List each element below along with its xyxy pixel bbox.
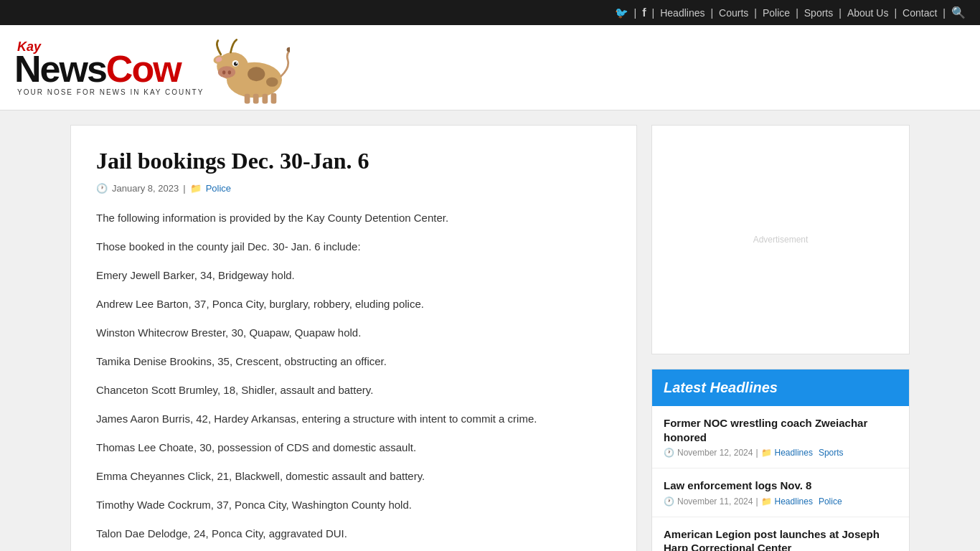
nav-police[interactable]: Police: [763, 7, 790, 19]
latest-headlines: Latest Headlines Former NOC wrestling co…: [651, 369, 910, 551]
svg-point-2: [218, 66, 235, 78]
nav-courts[interactable]: Courts: [719, 7, 748, 19]
headline-item-0: Former NOC wrestling coach Zweiachar hon…: [652, 406, 909, 468]
headline-cat-0-1[interactable]: Sports: [819, 448, 844, 458]
svg-point-3: [222, 70, 225, 75]
clock-icon: 🕐: [96, 183, 108, 194]
svg-point-7: [236, 62, 237, 64]
site-header: Kay NewsCow YOUR NOSE FOR NEWS IN KAY CO…: [0, 25, 980, 110]
sidebar: Advertisement Latest Headlines Former NO…: [651, 125, 910, 551]
article-paragraph-0: The following information is provided by…: [96, 209, 611, 227]
nav-headlines[interactable]: Headlines: [660, 7, 705, 19]
svg-rect-12: [245, 94, 250, 104]
article-paragraph-10: Timothy Wade Cockrum, 37, Ponca City, Wa…: [96, 496, 611, 514]
headline-meta-1: 🕐November 11, 2024 | 📁Headlines Police: [664, 496, 897, 507]
article-paragraph-2: Emery Jewell Barker, 34, Bridgeway hold.: [96, 267, 611, 284]
logo-news: News: [14, 48, 106, 90]
headline-cat-1-1[interactable]: Police: [819, 496, 842, 507]
latest-headlines-header: Latest Headlines: [652, 369, 909, 406]
svg-point-4: [228, 70, 231, 75]
article-paragraph-8: Thomas Lee Choate, 30, possession of CDS…: [96, 439, 611, 456]
article-paragraph-5: Tamika Denise Brookins, 35, Crescent, ob…: [96, 353, 611, 370]
svg-point-16: [287, 47, 290, 52]
article-area: Jail bookings Dec. 30-Jan. 6 🕐 January 8…: [70, 125, 637, 551]
sidebar-ad: Advertisement: [651, 125, 910, 354]
topbar: 🐦 | f | Headlines | Courts | Police | Sp…: [0, 0, 980, 25]
headline-title-0[interactable]: Former NOC wrestling coach Zweiachar hon…: [664, 416, 897, 444]
main-container: Jail bookings Dec. 30-Jan. 6 🕐 January 8…: [60, 110, 920, 551]
folder-icon: 📁: [190, 183, 202, 194]
svg-rect-14: [263, 94, 268, 104]
article-paragraph-9: Emma Cheyannes Click, 21, Blackwell, dom…: [96, 468, 611, 485]
folder-icon: 📁: [761, 448, 772, 458]
headline-title-2[interactable]: American Legion post launches at Joseph …: [664, 527, 897, 552]
article-paragraph-1: Those booked in the county jail Dec. 30-…: [96, 238, 611, 255]
logo-text: Kay NewsCow YOUR NOSE FOR NEWS IN KAY CO…: [14, 40, 204, 96]
article-body: The following information is provided by…: [96, 209, 611, 551]
svg-point-11: [266, 77, 278, 87]
headline-item-2: American Legion post launches at Joseph …: [652, 517, 909, 552]
article-paragraph-6: Chanceton Scott Brumley, 18, Shidler, as…: [96, 382, 611, 399]
article-meta: 🕐 January 8, 2023 | 📁 Police: [96, 183, 611, 194]
logo-cow: Cow: [106, 48, 181, 90]
svg-rect-13: [253, 94, 259, 104]
article-paragraph-4: Winston Whitecrow Brester, 30, Quapaw, Q…: [96, 324, 611, 342]
headline-meta-0: 🕐November 12, 2024 | 📁Headlines Sports: [664, 448, 897, 458]
facebook-icon[interactable]: f: [642, 6, 646, 19]
article-paragraph-3: Andrew Lee Barton, 37, Ponca City, burgl…: [96, 296, 611, 313]
article-title: Jail bookings Dec. 30-Jan. 6: [96, 147, 611, 174]
clock-icon: 🕐: [664, 448, 674, 458]
article-paragraph-7: James Aaron Burris, 42, Hardey Arkansas,…: [96, 410, 611, 428]
headline-title-1[interactable]: Law enforcement logs Nov. 8: [664, 479, 897, 493]
clock-icon: 🕐: [664, 496, 674, 507]
article-category[interactable]: Police: [206, 183, 231, 194]
headline-date-1: November 11, 2024: [677, 496, 753, 507]
twitter-icon[interactable]: 🐦: [615, 6, 628, 19]
nav-about-us[interactable]: About Us: [847, 7, 889, 19]
svg-point-10: [248, 67, 265, 81]
headlines-list: Former NOC wrestling coach Zweiachar hon…: [652, 406, 909, 551]
folder-icon: 📁: [761, 496, 772, 507]
headline-item-1: Law enforcement logs Nov. 8🕐November 11,…: [652, 468, 909, 517]
nav-sports[interactable]: Sports: [804, 7, 833, 19]
nav-contact[interactable]: Contact: [903, 7, 937, 19]
svg-point-6: [234, 62, 238, 66]
headline-date-0: November 12, 2024: [677, 448, 753, 458]
logo-tagline: YOUR NOSE FOR NEWS IN KAY COUNTY: [17, 89, 204, 96]
logo-area: Kay NewsCow YOUR NOSE FOR NEWS IN KAY CO…: [14, 32, 966, 104]
cow-illustration: [211, 32, 290, 104]
article-paragraph-11: Talon Dae Delodge, 24, Ponca City, aggra…: [96, 525, 611, 542]
headline-cat-1-0[interactable]: Headlines: [775, 496, 813, 507]
article-date: January 8, 2023: [112, 183, 179, 194]
search-icon[interactable]: 🔍: [951, 6, 966, 19]
svg-rect-15: [271, 93, 277, 104]
headline-cat-0-0[interactable]: Headlines: [775, 448, 813, 458]
